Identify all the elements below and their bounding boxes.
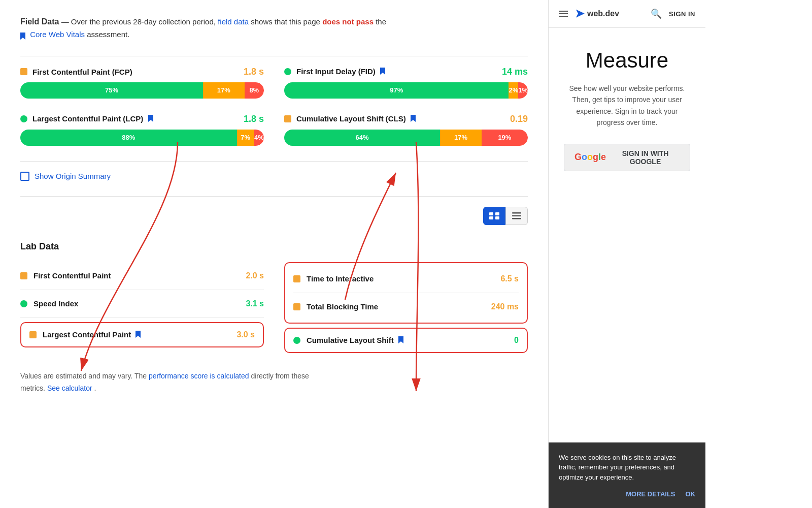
toggle-list-btn[interactable] xyxy=(505,207,528,225)
footer-text3: metrics. xyxy=(20,384,47,392)
footer-text1: Values are estimated and may vary. The xyxy=(20,372,149,380)
lab-fcp-icon xyxy=(20,272,27,279)
hamburger-menu[interactable] xyxy=(559,11,568,17)
measure-panel: Measure See how well your website perfor… xyxy=(549,28,705,442)
lcp-value: 1.8 s xyxy=(244,114,264,124)
lab-item-lcp-boxed: Largest Contentful Paint 3.0 s xyxy=(20,322,264,348)
lab-si-icon xyxy=(20,300,27,307)
description-mid: shows that this page xyxy=(251,17,322,26)
origin-summary-label[interactable]: Show Origin Summary xyxy=(35,172,111,180)
lab-lcp-value: 3.0 s xyxy=(236,330,255,339)
lab-item-cls-boxed: Cumulative Layout Shift 0 xyxy=(284,328,528,354)
view-toggle-group xyxy=(483,207,528,225)
lab-tbt-icon xyxy=(293,303,300,310)
lab-fcp-name: First Contentful Paint xyxy=(33,271,246,280)
bookmark-icon xyxy=(20,31,27,39)
fcp-bar: 75% 17% 8% xyxy=(20,82,264,99)
perf-score-link[interactable]: performance score is calculated xyxy=(149,372,249,380)
lab-tbt-value: 240 ms xyxy=(491,302,519,311)
search-icon[interactable]: 🔍 xyxy=(651,8,662,19)
lcp-icon xyxy=(20,115,27,122)
fid-bar: 97% 2% 1% xyxy=(284,82,528,99)
webdev-arrow-icon: ➤ xyxy=(575,7,584,20)
lab-cls-bookmark-icon xyxy=(398,336,403,345)
cookie-actions: MORE DETAILS OK xyxy=(559,490,695,498)
description-end: the xyxy=(376,17,386,26)
lab-si-name: Speed Index xyxy=(33,299,246,308)
svg-rect-1 xyxy=(495,212,499,215)
fcp-icon xyxy=(20,68,27,75)
sidebar: ➤ web.dev 🔍 SIGN IN Measure See how well… xyxy=(548,0,705,508)
lab-data-title: Lab Data xyxy=(20,241,528,252)
lab-item-tti: Time to Interactive 6.5 s xyxy=(293,265,519,293)
google-signin-label: SIGN IN WITH GOOGLE xyxy=(611,149,680,166)
footer-note: Values are estimated and may vary. The p… xyxy=(20,370,528,395)
origin-summary-checkbox[interactable] xyxy=(20,172,29,181)
svg-rect-4 xyxy=(512,212,521,214)
lcp-bar-good: 88% xyxy=(20,130,237,146)
fid-value: 14 ms xyxy=(502,67,528,77)
cookie-banner: We serve cookies on this site to analyze… xyxy=(549,442,705,509)
google-signin-button[interactable]: Google SIGN IN WITH GOOGLE xyxy=(564,144,690,171)
fcp-value: 1.8 s xyxy=(244,67,264,77)
fcp-bar-needs: 17% xyxy=(203,82,245,99)
fid-bar-poor: 1% xyxy=(518,82,528,99)
lab-cls-icon xyxy=(293,337,300,344)
lab-data-grid: First Contentful Paint 2.0 s Speed Index… xyxy=(20,262,528,356)
metric-fcp: First Contentful Paint (FCP) 1.8 s 75% 1… xyxy=(20,67,264,99)
cls-bar: 64% 17% 19% xyxy=(284,130,528,146)
description-start: — Over the previous 28-day collection pe… xyxy=(61,17,218,26)
cls-value: 0.19 xyxy=(510,114,528,124)
svg-rect-0 xyxy=(489,212,493,215)
toggle-grid-btn[interactable] xyxy=(483,207,505,225)
lcp-bar-needs: 7% xyxy=(237,130,254,146)
assessment-end: assessment. xyxy=(87,30,129,39)
lab-fcp-value: 2.0 s xyxy=(246,271,264,280)
lcp-name: Largest Contentful Paint (LCP) xyxy=(32,114,244,124)
core-web-vitals-link[interactable]: Core Web Vitals xyxy=(30,30,85,39)
lab-lcp-bookmark-icon xyxy=(136,331,141,339)
sign-in-button[interactable]: SIGN IN xyxy=(669,10,695,18)
svg-rect-2 xyxy=(489,216,493,219)
lab-si-value: 3.1 s xyxy=(246,299,264,308)
lab-tti-icon xyxy=(293,275,300,282)
calculator-link[interactable]: See calculator xyxy=(47,384,92,392)
cls-name: Cumulative Layout Shift (CLS) xyxy=(296,114,510,124)
svg-rect-3 xyxy=(495,216,499,219)
lab-column-left: First Contentful Paint 2.0 s Speed Index… xyxy=(20,262,264,356)
origin-summary-row: Show Origin Summary xyxy=(20,172,528,181)
field-data-label: Field Data xyxy=(20,17,59,26)
svg-rect-6 xyxy=(512,218,521,219)
fcp-bar-poor: 8% xyxy=(245,82,264,99)
does-not-pass-link[interactable]: does not pass xyxy=(322,17,374,26)
webdev-nav: ➤ web.dev 🔍 SIGN IN xyxy=(549,0,705,28)
cls-bar-good: 64% xyxy=(284,130,440,146)
fid-bookmark-icon xyxy=(380,68,385,76)
cookie-more-details-link[interactable]: MORE DETAILS xyxy=(626,490,675,498)
cls-bookmark-icon xyxy=(411,115,416,123)
field-data-link[interactable]: field data xyxy=(218,17,249,26)
fcp-name: First Contentful Paint (FCP) xyxy=(32,68,244,76)
metric-fid: First Input Delay (FID) 14 ms 97% 2% 1% xyxy=(284,67,528,99)
google-logo: Google xyxy=(574,152,606,163)
fid-icon xyxy=(284,68,291,75)
metric-lcp: Largest Contentful Paint (LCP) 1.8 s 88%… xyxy=(20,114,264,146)
cls-bar-needs: 17% xyxy=(440,130,482,146)
lcp-bar: 88% 7% 4% xyxy=(20,130,264,146)
fid-bar-needs: 2% xyxy=(509,82,518,99)
webdev-brand-text: web.dev xyxy=(587,9,619,18)
lab-tti-name: Time to Interactive xyxy=(307,274,500,283)
svg-rect-5 xyxy=(512,215,521,216)
cookie-text: We serve cookies on this site to analyze… xyxy=(559,453,695,483)
cls-bar-poor: 19% xyxy=(482,130,528,146)
lab-tbt-name: Total Blocking Time xyxy=(307,302,491,311)
cookie-ok-button[interactable]: OK xyxy=(686,490,696,498)
fid-name: First Input Delay (FID) xyxy=(296,67,502,77)
footer-text2: directly from these xyxy=(251,372,309,380)
cls-icon xyxy=(284,115,291,122)
lab-tti-value: 6.5 s xyxy=(500,274,519,283)
lab-item-si: Speed Index 3.1 s xyxy=(20,290,264,318)
field-data-header: Field Data — Over the previous 28-day co… xyxy=(20,15,528,41)
field-metrics-grid: First Contentful Paint (FCP) 1.8 s 75% 1… xyxy=(20,67,528,146)
measure-title: Measure xyxy=(564,48,690,73)
